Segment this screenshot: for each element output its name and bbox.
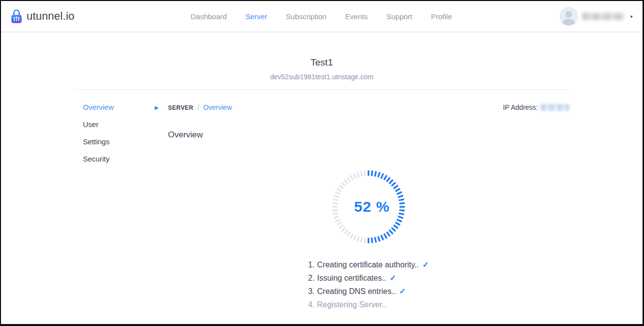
main-nav: Dashboard Server Subscription Events Sup… xyxy=(133,12,510,21)
step-item-4: 4.Registering Server.. xyxy=(308,298,429,311)
app-window: utunnel.io Dashboard Server Subscription… xyxy=(0,0,644,326)
breadcrumb: SERVER / Overview xyxy=(168,103,232,111)
logo-lock-icon xyxy=(10,8,23,24)
server-name-title: Test1 xyxy=(75,57,569,68)
step-label: Creating certificate authority.. xyxy=(317,261,419,269)
step-item-1: 1.Creating certificate authority..✓ xyxy=(308,258,429,271)
logo-text: utunnel.io xyxy=(27,10,74,23)
breadcrumb-page-link[interactable]: Overview xyxy=(203,103,232,111)
nav-item-profile[interactable]: Profile xyxy=(431,12,452,21)
step-item-3: 3.Creating DNS entries..✓ xyxy=(308,285,429,298)
provision-progress-ring: 52 % xyxy=(330,168,407,245)
check-icon: ✓ xyxy=(399,287,406,295)
nav-item-subscription[interactable]: Subscription xyxy=(286,12,327,21)
step-label: Issuing certificates.. xyxy=(317,274,387,282)
avatar xyxy=(559,7,578,26)
step-number: 2. xyxy=(308,274,314,282)
user-menu[interactable]: ▾ xyxy=(510,7,633,26)
top-nav-bar: utunnel.io Dashboard Server Subscription… xyxy=(1,1,643,33)
step-number: 4. xyxy=(308,300,314,309)
nav-item-dashboard[interactable]: Dashboard xyxy=(190,12,226,21)
server-domain: dev52sub1981test1.utnstage.com xyxy=(75,73,569,81)
ip-address-label: IP Address: xyxy=(503,103,538,111)
overview-panel: SERVER / Overview IP Address: Overview 5… xyxy=(168,103,569,311)
caret-down-icon[interactable]: ▾ xyxy=(630,14,633,19)
nav-item-server[interactable]: Server xyxy=(245,12,267,21)
user-name-redacted xyxy=(582,13,624,20)
sidebar-item-settings[interactable]: Settings xyxy=(83,138,155,145)
step-number: 3. xyxy=(308,287,314,295)
sidebar-item-security[interactable]: Security xyxy=(83,155,155,163)
logo[interactable]: utunnel.io xyxy=(10,8,133,24)
page-content: Test1 dev52sub1981test1.utnstage.com Ove… xyxy=(75,57,569,311)
nav-item-events[interactable]: Events xyxy=(345,12,368,21)
check-icon: ✓ xyxy=(390,274,396,282)
sidebar-item-overview[interactable]: Overview xyxy=(83,103,155,111)
step-number: 1. xyxy=(308,261,314,269)
step-label: Registering Server.. xyxy=(317,300,387,309)
sidebar-item-user[interactable]: User xyxy=(83,121,155,128)
step-label: Creating DNS entries.. xyxy=(317,287,396,295)
check-icon: ✓ xyxy=(422,261,429,269)
active-item-arrow-icon: ▶ xyxy=(155,103,168,311)
breadcrumb-section: SERVER xyxy=(168,104,194,111)
provision-steps-list: 1.Creating certificate authority..✓ 2.Is… xyxy=(308,258,429,311)
nav-item-support[interactable]: Support xyxy=(386,12,412,21)
ip-address-redacted xyxy=(541,104,569,111)
step-item-2: 2.Issuing certificates..✓ xyxy=(308,271,429,285)
ip-address-row: IP Address: xyxy=(503,103,569,111)
section-heading: Overview xyxy=(168,130,569,140)
divider xyxy=(75,89,569,90)
breadcrumb-separator: / xyxy=(197,103,199,111)
progress-percent-label: 52 % xyxy=(330,168,407,245)
server-sidebar: Overview User Settings Security xyxy=(75,103,155,311)
